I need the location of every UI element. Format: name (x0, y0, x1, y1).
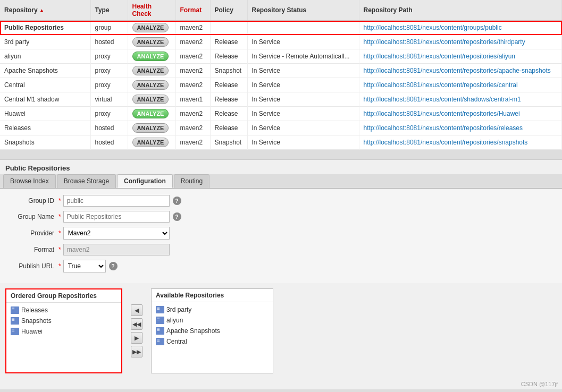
tab-browse-index[interactable]: Browse Index (3, 174, 56, 188)
cell-healthcheck: ANALYZE (128, 64, 175, 78)
publish-url-label: Publish URL (5, 262, 58, 270)
col-header-repository[interactable]: Repository (0, 0, 90, 21)
table-row[interactable]: 3rd partyhostedANALYZEmaven2ReleaseIn Se… (0, 35, 562, 49)
cell-path: http://localhost:8081/nexus/content/repo… (359, 135, 562, 150)
analyze-button[interactable]: ANALYZE (132, 80, 169, 90)
col-header-format[interactable]: Format (175, 0, 210, 21)
ordered-item[interactable]: Snapshots (6, 316, 121, 326)
tab-browse-storage[interactable]: Browse Storage (57, 174, 116, 188)
cell-path: http://localhost:8081/nexus/content/repo… (359, 49, 562, 64)
analyze-button[interactable]: ANALYZE (132, 52, 169, 61)
arrow-right-btn[interactable]: ▶ (131, 332, 142, 344)
tab-routing[interactable]: Routing (174, 174, 209, 188)
arrow-left-all-btn[interactable]: ◀◀ (131, 318, 142, 330)
col-header-path[interactable]: Repository Path (359, 0, 562, 21)
analyze-button[interactable]: ANALYZE (132, 138, 169, 147)
cell-type: virtual (90, 92, 128, 107)
available-repos-list: 3rd partyaliyunApache SnapshotsCentral (152, 302, 273, 349)
ordered-group-title: Ordered Group Repositories (6, 289, 121, 303)
cell-format: maven2 (175, 21, 210, 35)
available-item[interactable]: 3rd party (152, 304, 273, 315)
format-input (63, 244, 170, 255)
cell-status: In Service - Remote Automaticall... (247, 49, 359, 64)
cell-policy: Release (210, 92, 247, 107)
table-row[interactable]: Central M1 shadowvirtualANALYZEmaven1Rel… (0, 92, 562, 107)
cell-repository: Central M1 shadow (0, 92, 90, 107)
analyze-button[interactable]: ANALYZE (132, 95, 169, 104)
repo-path-link[interactable]: http://localhost:8081/nexus/content/repo… (364, 53, 516, 60)
repo-icon (156, 327, 164, 335)
cell-type: proxy (90, 107, 128, 121)
provider-required: * (58, 229, 61, 237)
cell-path: http://localhost:8081/nexus/content/repo… (359, 35, 562, 49)
group-name-help-icon[interactable]: ? (173, 212, 181, 221)
available-item[interactable]: aliyun (152, 315, 273, 326)
available-item[interactable]: Apache Snapshots (152, 326, 273, 336)
group-name-input[interactable] (63, 211, 170, 223)
publish-url-required: * (58, 262, 61, 270)
col-header-policy[interactable]: Policy (210, 0, 247, 21)
available-repos-panel: Available Repositories 3rd partyaliyunAp… (151, 288, 273, 373)
repo-path-link[interactable]: http://localhost:8081/nexus/content/repo… (364, 110, 520, 117)
tab-configuration[interactable]: Configuration (117, 174, 173, 188)
table-row[interactable]: Apache SnapshotsproxyANALYZEmaven2Snapsh… (0, 64, 562, 78)
cell-policy: Snapshot (210, 135, 247, 150)
cell-healthcheck: ANALYZE (128, 92, 175, 107)
ordered-item[interactable]: Huawei (6, 326, 121, 337)
repo-path-link[interactable]: http://localhost:8081/nexus/content/repo… (364, 139, 528, 146)
repository-table-section: Repository Type Health Check Format Poli… (0, 0, 562, 150)
repo-path-link[interactable]: http://localhost:8081/nexus/content/grou… (364, 24, 502, 31)
cell-repository: Central (0, 78, 90, 92)
col-header-healthcheck[interactable]: Health Check (128, 0, 175, 21)
available-item[interactable]: Central (152, 336, 273, 347)
provider-select[interactable]: Maven2 (63, 227, 170, 240)
group-id-input[interactable] (63, 195, 170, 207)
table-row[interactable]: CentralproxyANALYZEmaven2ReleaseIn Servi… (0, 78, 562, 92)
arrow-left-btn[interactable]: ◀ (131, 304, 142, 316)
table-row[interactable]: Public RepositoriesgroupANALYZEmaven2htt… (0, 21, 562, 35)
table-row[interactable]: aliyunproxyANALYZEmaven2ReleaseIn Servic… (0, 49, 562, 64)
analyze-button[interactable]: ANALYZE (132, 23, 169, 32)
cell-format: maven2 (175, 107, 210, 121)
publish-url-row: Publish URL * True False ? (5, 260, 557, 272)
cell-type: hosted (90, 121, 128, 135)
cell-type: proxy (90, 64, 128, 78)
group-id-help-icon[interactable]: ? (173, 197, 181, 205)
publish-url-help-icon[interactable]: ? (109, 262, 118, 270)
repo-path-link[interactable]: http://localhost:8081/nexus/content/repo… (364, 81, 518, 89)
repo-path-link[interactable]: http://localhost:8081/nexus/content/repo… (364, 38, 525, 46)
repo-path-link[interactable]: http://localhost:8081/nexus/content/repo… (364, 124, 523, 132)
analyze-button[interactable]: ANALYZE (132, 123, 169, 133)
analyze-button[interactable]: ANALYZE (132, 66, 169, 75)
cell-policy: Release (210, 121, 247, 135)
ordered-group-list: ReleasesSnapshotsHuawei (6, 303, 121, 339)
analyze-button[interactable]: ANALYZE (132, 37, 169, 47)
tab-bar: Browse IndexBrowse StorageConfigurationR… (0, 174, 562, 189)
table-row[interactable]: ReleaseshostedANALYZEmaven2ReleaseIn Ser… (0, 121, 562, 135)
cell-policy: Release (210, 78, 247, 92)
table-body: Public RepositoriesgroupANALYZEmaven2htt… (0, 21, 562, 150)
arrow-right-all-btn[interactable]: ▶▶ (131, 346, 142, 357)
table-row[interactable]: SnapshotshostedANALYZEmaven2SnapshotIn S… (0, 135, 562, 150)
cell-path: http://localhost:8081/nexus/content/grou… (359, 21, 562, 35)
cell-repository: Releases (0, 121, 90, 135)
provider-label: Provider (5, 229, 58, 237)
config-form: Group ID * ? Group Name * ? Provider * M… (0, 189, 562, 283)
cell-healthcheck: ANALYZE (128, 78, 175, 92)
watermark: CSDN @117jf (0, 379, 562, 389)
repo-path-link[interactable]: http://localhost:8081/nexus/content/shad… (364, 96, 521, 103)
cell-path: http://localhost:8081/nexus/content/repo… (359, 78, 562, 92)
analyze-button[interactable]: ANALYZE (132, 109, 169, 118)
publish-url-select[interactable]: True False (63, 260, 106, 272)
repo-path-link[interactable]: http://localhost:8081/nexus/content/repo… (364, 67, 551, 74)
table-row[interactable]: HuaweiproxyANALYZEmaven2ReleaseIn Servic… (0, 107, 562, 121)
col-header-status[interactable]: Repository Status (247, 0, 359, 21)
ordered-item[interactable]: Releases (6, 305, 121, 316)
cell-status: In Service (247, 64, 359, 78)
cell-policy: Snapshot (210, 64, 247, 78)
col-header-type[interactable]: Type (90, 0, 128, 21)
cell-path: http://localhost:8081/nexus/content/repo… (359, 121, 562, 135)
cell-status: In Service (247, 92, 359, 107)
cell-path: http://localhost:8081/nexus/content/repo… (359, 64, 562, 78)
cell-status: In Service (247, 107, 359, 121)
